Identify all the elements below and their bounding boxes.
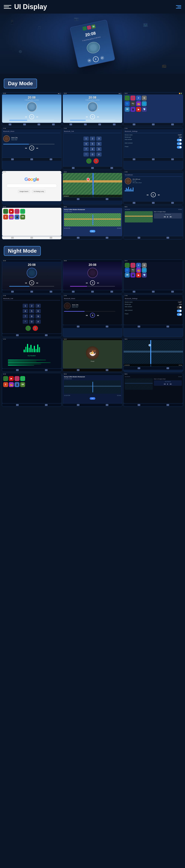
night-key-3[interactable]: 3 (35, 304, 41, 308)
launcher-maps[interactable]: 🗺 (20, 215, 25, 219)
next-btn-1[interactable]: ⏭ (36, 115, 39, 118)
nav-icon-10b[interactable] (30, 237, 33, 239)
hero-play-btn[interactable]: ⏸ (92, 56, 99, 63)
night-launcher-app[interactable]: 📱 (15, 382, 20, 387)
night-nav-1c[interactable] (50, 291, 52, 292)
night-app-telegram[interactable]: ✈ (136, 263, 141, 268)
app-camera[interactable]: 📷 (130, 101, 135, 106)
night-nav-4a[interactable] (16, 334, 19, 336)
nav-icon-9b[interactable] (152, 202, 155, 204)
nav-icon-4c[interactable] (50, 158, 52, 160)
nav-icon-2d[interactable] (113, 123, 115, 125)
night-nav-3b[interactable] (152, 291, 155, 292)
nav-icon-11a[interactable] (77, 237, 79, 239)
launcher-app3[interactable]: 📱 (15, 215, 20, 219)
key-0[interactable]: 0 (90, 152, 95, 156)
nav-icon-9a[interactable] (133, 202, 135, 204)
night-launcher-youtube[interactable]: ▶ (9, 376, 14, 381)
night-app-camera[interactable]: 📷 (130, 268, 135, 273)
bt-play-btn[interactable]: ⏸ (29, 146, 34, 150)
nav-icon-8b[interactable] (106, 198, 108, 200)
night-nav-3c[interactable] (171, 291, 174, 292)
night-key-2[interactable]: 2 (29, 304, 34, 308)
night-app-phone[interactable]: 📞 (125, 263, 130, 268)
app-waze[interactable]: 🗺 (125, 107, 130, 112)
nav-icon[interactable] (176, 5, 181, 8)
app-extra1[interactable]: 📻 (136, 101, 141, 106)
app-telegram[interactable]: ✈ (136, 96, 141, 100)
night-power-toggle[interactable] (177, 313, 182, 316)
night-nav-8b[interactable] (106, 369, 108, 371)
night-key-7[interactable]: 7 (23, 314, 28, 318)
night-nav-12a[interactable] (138, 404, 140, 406)
launcher-spotify[interactable]: 🎵 (20, 209, 25, 214)
nav-icon-1b[interactable] (23, 123, 26, 125)
app-youtube[interactable]: ▶ (136, 107, 141, 112)
night-nav-12b[interactable] (166, 404, 169, 406)
nav-icon-12b[interactable] (166, 237, 169, 239)
nav-icon-4b[interactable] (30, 158, 33, 160)
night-nav-6b[interactable] (166, 326, 169, 328)
night-app-extra[interactable]: 📱 (130, 273, 135, 278)
night-prev-2[interactable]: ⏮ (85, 281, 88, 284)
key-4[interactable]: 4 (83, 142, 89, 146)
night-app-radio[interactable]: 📻 (136, 268, 141, 273)
night-launcher-podcast[interactable]: 🎙 (3, 382, 8, 387)
nav-icon-1c[interactable] (37, 123, 40, 125)
app-extra4[interactable]: 💎 (142, 107, 147, 112)
key-6[interactable]: 6 (96, 142, 102, 146)
launcher-app2[interactable]: 📻 (9, 215, 14, 219)
night-nav-7b[interactable] (45, 369, 48, 371)
night-end-btn[interactable]: 📵 (33, 326, 38, 331)
night-bt-play[interactable]: ⏸ (90, 313, 95, 318)
night-play-1[interactable]: ⏸ (29, 280, 34, 285)
night-nav-2b[interactable] (91, 291, 94, 292)
night-nav-1b[interactable] (30, 291, 33, 292)
key-2[interactable]: 2 (90, 136, 95, 141)
end-call-button[interactable]: 📵 (94, 158, 99, 164)
launcher-music[interactable]: 🎵 (15, 209, 20, 214)
nav-icon-5a[interactable] (72, 167, 75, 169)
night-go-button[interactable]: GO (90, 397, 96, 400)
nav-icon-8a[interactable] (77, 198, 79, 200)
nav-icon-11b[interactable] (106, 237, 108, 239)
nav-icon-6a[interactable] (133, 158, 135, 160)
nav-icon-2c[interactable] (98, 123, 101, 125)
night-auto-connect-toggle[interactable] (177, 310, 182, 312)
nav-icon-1a[interactable] (9, 123, 11, 125)
bt-auto-answer-toggle[interactable] (177, 139, 182, 142)
menu-icon[interactable] (4, 3, 11, 10)
night-nav-11a[interactable] (77, 404, 79, 406)
night-key-hash[interactable]: # (35, 319, 41, 324)
key-8[interactable]: 8 (90, 147, 95, 151)
night-prev-1[interactable]: ⏮ (24, 281, 28, 284)
bt-prev-btn[interactable]: ⏮ (24, 146, 28, 150)
night-play-2[interactable]: ⏸ (90, 280, 95, 285)
key-5[interactable]: 5 (90, 142, 95, 146)
night-key-star[interactable]: * (23, 319, 28, 324)
nav-icon-2a[interactable] (70, 123, 72, 125)
launcher-youtube[interactable]: ▶ (9, 209, 14, 214)
social-play[interactable]: ⏵ (151, 192, 156, 197)
nav-icon-6c[interactable] (171, 158, 174, 160)
app-music[interactable]: 🎵 (130, 96, 135, 100)
nav-icon-3a[interactable] (133, 123, 135, 125)
night-nav-11b[interactable] (106, 404, 108, 406)
night-media-prev[interactable]: ⏮ (164, 383, 166, 385)
google-lucky-btn[interactable]: I'm Feeling Lucky (32, 190, 46, 193)
google-search-btn[interactable]: Google Search (18, 190, 30, 193)
media-prev[interactable]: ⏮ (164, 216, 166, 218)
social-prev[interactable]: ⏮ (146, 193, 149, 196)
night-nav-6a[interactable] (138, 326, 140, 328)
night-next-1[interactable]: ⏭ (36, 281, 39, 284)
bt-power-toggle[interactable] (177, 146, 182, 149)
night-media-next[interactable]: ⏭ (170, 383, 172, 385)
nav-icon-9c[interactable] (171, 202, 174, 204)
night-bt-next[interactable]: ⏭ (97, 313, 100, 317)
hero-next-btn[interactable]: ⏭ (100, 56, 105, 60)
nav-icon-5b[interactable] (91, 167, 94, 169)
night-auto-answer-toggle[interactable] (177, 306, 182, 309)
app-bt[interactable]: 🔵 (125, 101, 130, 106)
night-nav-2c[interactable] (110, 291, 113, 292)
prev-btn-2[interactable]: ⏮ (85, 115, 88, 118)
